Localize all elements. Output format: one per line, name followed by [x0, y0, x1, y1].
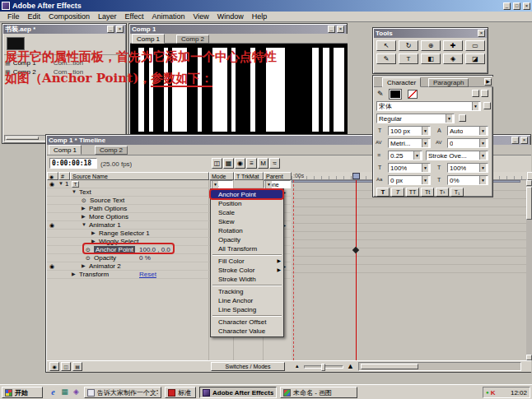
twirl-icon[interactable]: ▼ — [82, 221, 86, 229]
leading-select[interactable]: Auto ▼ — [447, 126, 488, 136]
faux-bold-button[interactable]: T — [376, 188, 390, 197]
menu-item-skew[interactable]: Skew — [211, 217, 283, 226]
pane-toggle-button-2[interactable]: ◫ — [61, 362, 71, 371]
menu-item-line-anchor[interactable]: Line Anchor — [211, 296, 283, 305]
twirl-icon[interactable]: ▶ — [82, 262, 86, 270]
property-label[interactable]: Opacity — [94, 254, 116, 262]
subscript-button[interactable]: T₁ — [450, 188, 464, 197]
twirl-icon[interactable]: ▼ — [72, 188, 77, 196]
stopwatch-icon[interactable]: ⊙ — [86, 254, 91, 262]
tracking-select[interactable]: 0 ▼ — [447, 138, 488, 148]
twirl-icon[interactable]: ▶ — [82, 205, 86, 212]
menu-animation[interactable]: Animation — [147, 12, 189, 21]
eye-icon[interactable]: ◉ — [49, 221, 54, 229]
quick-launch-internet-explorer[interactable]: e — [48, 387, 58, 397]
composition-tab-comp2[interactable]: Comp 2 — [176, 35, 209, 44]
pan-behind-tool-button[interactable]: ✚ — [443, 40, 463, 51]
timeline-vertical-scrollbar[interactable] — [526, 180, 532, 360]
menu-item-opacity[interactable]: Opacity — [211, 235, 283, 244]
menu-item-rotation[interactable]: Rotation — [211, 226, 283, 235]
reset-link[interactable]: Reset — [139, 271, 156, 278]
menu-view[interactable]: View — [189, 12, 212, 21]
menu-item-stroke-width[interactable]: Stroke Width — [211, 275, 283, 284]
property-label[interactable]: Source Text — [90, 197, 124, 204]
rotation-tool-button[interactable]: ↻ — [399, 40, 418, 51]
tab-character[interactable]: Character — [382, 77, 421, 87]
palette-menu-button[interactable]: ▶ — [484, 78, 492, 86]
eraser-tool-button[interactable]: ◪ — [465, 53, 485, 64]
style-extra-button[interactable] — [459, 114, 466, 122]
small-caps-button[interactable]: Tt — [421, 188, 434, 197]
font-size-select[interactable]: 100 px ▼ — [388, 126, 431, 136]
horizontal-scale-select[interactable]: 100% ▼ — [447, 163, 488, 173]
scroll-up-arrow[interactable] — [526, 180, 532, 186]
motion-blur-button[interactable]: M — [258, 158, 268, 169]
zoom-in-icon[interactable]: ▲ — [347, 362, 354, 370]
composition-minimize-button[interactable]: _ — [328, 26, 335, 33]
tray-antivirus-icon[interactable]: K — [491, 389, 496, 397]
orbit-camera-tool-button[interactable]: ⊕ — [421, 40, 441, 51]
menu-item-character-offset[interactable]: Character Offset — [211, 318, 283, 327]
eyedropper-icon[interactable]: ✎ — [377, 90, 384, 98]
tsume-select[interactable]: 0% ▼ — [447, 175, 488, 185]
twirl-icon[interactable]: ▼ — [58, 180, 63, 188]
kerning-select[interactable]: Metri... ▼ — [388, 138, 431, 148]
project-scroll-thumb[interactable] — [6, 137, 39, 140]
default-colors-button[interactable] — [481, 90, 488, 97]
zoom-out-icon[interactable]: ▴ — [296, 363, 299, 369]
clone-tool-button[interactable]: ◈ — [443, 53, 463, 64]
property-value[interactable]: 0 % — [139, 254, 151, 262]
pane-toggle-button-3[interactable]: ▤ — [72, 362, 82, 371]
fill-color-swatch[interactable] — [390, 90, 401, 99]
menu-file[interactable]: File — [3, 12, 24, 21]
menu-item-stroke-color[interactable]: Stroke Color ▶ — [211, 266, 283, 275]
quick-launch-media-player[interactable]: ◈ — [71, 387, 82, 397]
property-label[interactable]: More Options — [89, 213, 128, 220]
eye-icon[interactable]: ◉ — [49, 180, 54, 188]
minimize-button[interactable]: _ — [503, 2, 511, 10]
zoom-slider-thumb[interactable] — [321, 364, 325, 371]
task-browser-window[interactable]: 告诉大家制作一个文字弹... — [84, 387, 161, 398]
rect-mask-tool-button[interactable]: ▭ — [465, 40, 485, 51]
tools-titlebar[interactable]: Tools × — [374, 29, 487, 38]
stroke-style-select[interactable]: Stroke Ove... ▼ — [426, 151, 488, 160]
menu-window[interactable]: Window — [213, 12, 248, 21]
task-after-effects[interactable]: Adobe After Effects — [199, 387, 277, 398]
maximize-button[interactable]: □ — [513, 2, 520, 10]
pen-tool-button[interactable]: ✎ — [376, 53, 396, 64]
superscript-button[interactable]: T¹ — [436, 188, 449, 197]
menu-composition[interactable]: Composition — [44, 12, 94, 21]
font-stepper[interactable] — [483, 102, 491, 109]
font-style-select[interactable]: Regular ▼ — [376, 114, 455, 123]
property-label[interactable]: Path Options — [89, 205, 127, 212]
vertical-scale-select[interactable]: 100% ▼ — [388, 163, 431, 173]
eye-icon[interactable]: ◉ — [49, 262, 54, 270]
faux-italic-button[interactable]: T — [391, 188, 404, 197]
stopwatch-icon[interactable]: ⊙ — [82, 197, 86, 204]
current-time-indicator-handle[interactable] — [352, 173, 360, 179]
menu-item-position[interactable]: Position — [211, 199, 283, 208]
brush-tool-button[interactable]: ◧ — [421, 53, 441, 64]
all-caps-button[interactable]: TT — [406, 188, 419, 197]
start-button[interactable]: 开始 — [2, 387, 43, 398]
timeline-horizontal-scrollbar[interactable] — [358, 362, 521, 371]
menu-effect[interactable]: Effect — [121, 12, 148, 21]
hscroll-thumb[interactable] — [361, 364, 418, 369]
zoom-slider-track[interactable] — [304, 365, 343, 369]
app-titlebar[interactable]: Adobe After Effects _ □ × — [0, 0, 532, 12]
parent-select[interactable]: ◎ None ▼ — [264, 180, 291, 188]
type-tool-button[interactable]: T — [399, 53, 418, 64]
selection-tool-button[interactable]: ↖ — [376, 40, 396, 51]
property-label[interactable]: Range Selector 1 — [99, 230, 150, 237]
property-label[interactable]: Animator 1 — [89, 221, 121, 229]
scroll-down-arrow[interactable] — [526, 355, 532, 360]
menu-item-all-transform[interactable]: All Transform — [211, 244, 283, 253]
property-label[interactable]: Transform — [79, 271, 109, 278]
project-minimize-button[interactable]: _ — [107, 26, 114, 33]
menu-item-character-value[interactable]: Character Value — [211, 327, 283, 336]
quick-launch-show-desktop[interactable]: ▦ — [59, 387, 70, 397]
menu-item-line-spacing[interactable]: Line Spacing — [211, 305, 283, 314]
twirl-icon[interactable]: ▶ — [72, 271, 76, 278]
timeline-tab-comp2[interactable]: Comp 2 — [95, 146, 128, 155]
menu-item-fill-color[interactable]: Fill Color ▶ — [211, 257, 283, 266]
